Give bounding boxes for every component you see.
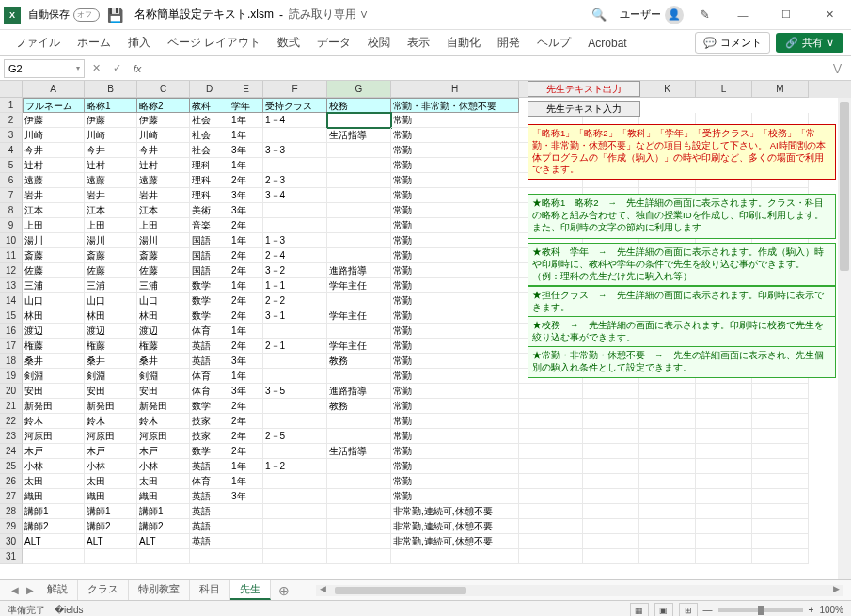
- cell[interactable]: 1年: [229, 459, 263, 474]
- cell[interactable]: 江本: [85, 203, 137, 218]
- add-sheet-button[interactable]: ⊕: [271, 583, 297, 598]
- cell[interactable]: [639, 489, 696, 504]
- cell[interactable]: 常勤: [391, 384, 519, 399]
- cell[interactable]: 新発田: [85, 399, 137, 414]
- cell[interactable]: 教務: [327, 354, 391, 369]
- cell[interactable]: 岩井: [137, 188, 190, 203]
- cell[interactable]: 講師1: [23, 504, 85, 519]
- cell[interactable]: [327, 504, 391, 519]
- cell[interactable]: [263, 474, 327, 489]
- cell[interactable]: 3年: [229, 489, 263, 504]
- cell[interactable]: [583, 429, 639, 444]
- cell[interactable]: 常勤: [391, 459, 519, 474]
- search-icon[interactable]: 🔍: [586, 2, 612, 28]
- tab-automate[interactable]: 自動化: [439, 31, 488, 55]
- cell[interactable]: [583, 459, 639, 474]
- row-header-17[interactable]: 17: [0, 339, 23, 354]
- cell[interactable]: 常勤: [391, 308, 519, 324]
- cell[interactable]: [519, 489, 583, 504]
- tab-formulas[interactable]: 数式: [270, 31, 307, 55]
- cell[interactable]: 2－1: [263, 339, 327, 354]
- cell[interactable]: 1－1: [263, 278, 327, 293]
- cell[interactable]: 進路指導: [327, 384, 391, 399]
- cell[interactable]: 太田: [85, 474, 137, 489]
- row-header-22[interactable]: 22: [0, 414, 23, 429]
- import-button[interactable]: 先生テキスト入力: [528, 101, 640, 117]
- cell[interactable]: [263, 369, 327, 384]
- accept-formula-icon[interactable]: ✓: [107, 59, 126, 78]
- header-cell[interactable]: 学年: [229, 98, 263, 113]
- cell[interactable]: 3－3: [263, 143, 327, 158]
- cell[interactable]: 権藤: [137, 339, 190, 354]
- cell[interactable]: 安田: [137, 384, 190, 399]
- readonly-badge[interactable]: 読み取り専用 ∨: [289, 7, 369, 23]
- tab-acrobat[interactable]: Acrobat: [580, 33, 634, 54]
- cell[interactable]: 常勤: [391, 263, 519, 278]
- cell[interactable]: 今井: [23, 143, 85, 158]
- header-cell[interactable]: 受持クラス: [263, 98, 327, 113]
- cell[interactable]: 2年: [229, 339, 263, 354]
- cell[interactable]: [327, 414, 391, 429]
- cell[interactable]: 2年: [229, 293, 263, 308]
- cell[interactable]: 常勤: [391, 128, 519, 143]
- cell[interactable]: 新発田: [137, 399, 190, 414]
- header-cell[interactable]: 略称1: [85, 98, 137, 113]
- row-header-1[interactable]: 1: [0, 98, 23, 113]
- cell[interactable]: [696, 534, 752, 549]
- cell[interactable]: 遠藤: [23, 173, 85, 188]
- cell[interactable]: [639, 429, 696, 444]
- cell[interactable]: [519, 444, 583, 459]
- cell[interactable]: 1年: [229, 474, 263, 489]
- cell[interactable]: 常勤: [391, 369, 519, 384]
- cell[interactable]: 体育: [190, 384, 229, 399]
- cell[interactable]: 3年: [229, 203, 263, 218]
- cell[interactable]: [137, 549, 190, 564]
- cell[interactable]: [752, 504, 809, 519]
- cell[interactable]: [696, 444, 752, 459]
- cell[interactable]: 講師1: [137, 504, 190, 519]
- cell[interactable]: [639, 414, 696, 429]
- cell[interactable]: 理科: [190, 173, 229, 188]
- cell[interactable]: 社会: [190, 128, 229, 143]
- cell[interactable]: 常勤: [391, 143, 519, 158]
- cell[interactable]: 佐藤: [137, 263, 190, 278]
- cell[interactable]: [696, 504, 752, 519]
- cell[interactable]: 3年: [229, 354, 263, 369]
- cell[interactable]: [263, 489, 327, 504]
- cell[interactable]: 1年: [229, 233, 263, 248]
- cell[interactable]: [229, 534, 263, 549]
- cell[interactable]: [519, 504, 583, 519]
- cell[interactable]: 2年: [229, 173, 263, 188]
- cell[interactable]: [696, 519, 752, 534]
- cell[interactable]: 体育: [190, 369, 229, 384]
- cell[interactable]: 山口: [23, 293, 85, 308]
- cell[interactable]: 太田: [23, 474, 85, 489]
- cell[interactable]: [23, 549, 85, 564]
- cell[interactable]: 体育: [190, 324, 229, 339]
- col-header-E[interactable]: E: [229, 81, 263, 98]
- cell[interactable]: 社会: [190, 113, 229, 128]
- cell[interactable]: [263, 444, 327, 459]
- tab-layout[interactable]: ページ レイアウト: [160, 31, 268, 55]
- cell[interactable]: 3－5: [263, 384, 327, 399]
- row-header-5[interactable]: 5: [0, 158, 23, 173]
- cell[interactable]: [190, 549, 229, 564]
- cell[interactable]: 桑井: [23, 354, 85, 369]
- cell[interactable]: [263, 399, 327, 414]
- cell[interactable]: 国語: [190, 263, 229, 278]
- cell[interactable]: 常勤: [391, 339, 519, 354]
- cell[interactable]: [752, 399, 809, 414]
- cell[interactable]: 山口: [85, 293, 137, 308]
- cell[interactable]: 数学: [190, 444, 229, 459]
- cell[interactable]: [327, 158, 391, 173]
- cell[interactable]: 林田: [137, 308, 190, 324]
- cell[interactable]: [519, 519, 583, 534]
- row-header-26[interactable]: 26: [0, 474, 23, 489]
- cell[interactable]: 河原田: [23, 429, 85, 444]
- sheet-tab-2[interactable]: 特別教室: [129, 580, 190, 600]
- cell[interactable]: 剣淵: [23, 369, 85, 384]
- fx-icon[interactable]: fx: [128, 59, 147, 78]
- tab-file[interactable]: ファイル: [8, 31, 68, 55]
- cell[interactable]: 英語: [190, 339, 229, 354]
- cell[interactable]: 1－2: [263, 459, 327, 474]
